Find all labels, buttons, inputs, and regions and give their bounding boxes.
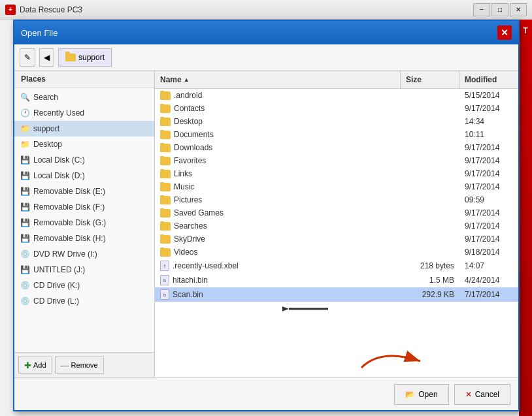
place-item-local-d[interactable]: 💾 Local Disk (D:): [14, 168, 154, 184]
back-button[interactable]: ◀: [39, 48, 54, 67]
app-title-bar: + Data Rescue PC3 − □ ✕: [0, 0, 532, 20]
desktop-icon: 📁: [20, 139, 30, 150]
place-label-local-d: Local Disk (D:): [33, 171, 85, 180]
col-header-modified[interactable]: Modified: [459, 71, 518, 88]
place-label-recently-used: Recently Used: [33, 108, 84, 118]
file-row-recently-used-xbel[interactable]: f .recently-used.xbel 218 bytes 14:07: [155, 259, 518, 273]
remove-place-button[interactable]: — Remove: [55, 357, 104, 374]
place-label-local-c: Local Disk (C:): [33, 155, 85, 165]
folder-icon: [160, 196, 171, 204]
app-window: + Data Rescue PC3 − □ ✕ Open File ✕ ✎ ◀ …: [0, 0, 532, 416]
place-label-removable-h: Removable Disk (H:): [33, 234, 106, 243]
title-bar-left: + Data Rescue PC3: [5, 5, 82, 15]
place-item-dvd-i[interactable]: 💿 DVD RW Drive (I:): [14, 246, 154, 262]
removable-e-icon: 💾: [20, 186, 30, 197]
file-name: Scan.bin: [173, 290, 203, 299]
sort-arrow: ▲: [184, 76, 190, 83]
place-item-local-c[interactable]: 💾 Local Disk (C:): [14, 152, 154, 168]
place-item-removable-f[interactable]: 💾 Removable Disk (F:): [14, 199, 154, 215]
file-row-desktop[interactable]: Desktop 14:34: [155, 115, 518, 128]
place-label-dvd-i: DVD RW Drive (I:): [33, 249, 97, 259]
open-label: Open: [418, 390, 437, 399]
folder-icon: [160, 157, 171, 165]
minus-icon: —: [61, 360, 69, 370]
cd-k-icon: 💿: [20, 280, 30, 291]
file-row-documents[interactable]: Documents 10:11: [155, 128, 518, 141]
file-name: Contacts: [174, 104, 205, 113]
breadcrumb-folder-icon: [65, 54, 76, 61]
file-row-links[interactable]: Links 9/17/2014: [155, 167, 518, 180]
place-item-search[interactable]: 🔍 Search: [14, 89, 154, 105]
file-modified: 5/15/2014: [459, 91, 518, 100]
place-item-recently-used[interactable]: 🕐 Recently Used: [14, 105, 154, 121]
cd-l-icon: 💿: [20, 296, 30, 306]
file-modified: 7/17/2014: [459, 290, 518, 299]
place-item-removable-g[interactable]: 💾 Removable Disk (G:): [14, 215, 154, 231]
place-label-support: support: [33, 124, 59, 133]
folder-icon: [160, 131, 171, 139]
edit-button[interactable]: ✎: [20, 48, 35, 67]
minimize-button[interactable]: −: [473, 3, 490, 16]
file-row-searches[interactable]: Searches 9/17/2014: [155, 219, 518, 232]
folder-icon: [160, 144, 171, 152]
breadcrumb-button[interactable]: support: [58, 48, 112, 67]
file-row-videos[interactable]: Videos 9/18/2014: [155, 246, 518, 259]
place-item-removable-h[interactable]: 💾 Removable Disk (H:): [14, 231, 154, 246]
file-name: Music: [174, 182, 194, 191]
places-panel: Places 🔍 Search 🕐 Recently Used 📁 suppor…: [14, 71, 155, 377]
search-icon: 🔍: [20, 92, 30, 103]
place-label-cd-k: CD Drive (K:): [33, 281, 80, 290]
col-header-size[interactable]: Size: [401, 71, 459, 88]
file-name: Videos: [174, 248, 197, 257]
place-item-cd-l[interactable]: 💿 CD Drive (L:): [14, 293, 154, 309]
file-row-skydrive[interactable]: SkyDrive 9/17/2014: [155, 232, 518, 246]
maximize-button[interactable]: □: [491, 3, 508, 16]
app-icon: +: [5, 5, 16, 15]
file-icon: b: [160, 289, 169, 300]
place-item-support[interactable]: 📁 support: [14, 121, 154, 136]
place-item-desktop[interactable]: 📁 Desktop: [14, 136, 154, 152]
removable-f-icon: 💾: [20, 202, 30, 212]
place-label-untitled-j: UNTITLED (J:): [33, 265, 85, 274]
place-item-removable-e[interactable]: 💾 Removable Disk (E:): [14, 184, 154, 199]
file-modified: 9/17/2014: [459, 182, 518, 191]
files-panel: Name ▲ Size Modified .andro: [155, 71, 518, 377]
add-place-button[interactable]: ✚ Add: [18, 357, 52, 374]
places-header: Places: [14, 71, 154, 88]
dialog-close-button[interactable]: ✕: [497, 25, 512, 40]
places-list: 🔍 Search 🕐 Recently Used 📁 support 📁 Des…: [14, 88, 154, 352]
file-row-hitachi[interactable]: b hitachi.bin 1.5 MB 4/24/2014: [155, 273, 518, 287]
cancel-label: Cancel: [475, 390, 499, 399]
files-list: .android 5/15/2014 Contacts 9/17/2014: [155, 89, 518, 377]
app-close-button[interactable]: ✕: [510, 3, 527, 16]
file-row-android[interactable]: .android 5/15/2014: [155, 89, 518, 102]
place-item-cd-k[interactable]: 💿 CD Drive (K:): [14, 278, 154, 293]
file-row-favorites[interactable]: Favorites 9/17/2014: [155, 154, 518, 167]
file-size: 218 bytes: [401, 261, 459, 270]
file-row-scan[interactable]: b Scan.bin 292.9 KB 7/17/2014: [155, 287, 518, 302]
place-label-cd-l: CD Drive (L:): [33, 296, 79, 306]
file-row-contacts[interactable]: Contacts 9/17/2014: [155, 102, 518, 115]
local-d-icon: 💾: [20, 170, 30, 181]
file-name: Searches: [174, 221, 207, 231]
open-button[interactable]: 📂 Open: [394, 384, 448, 405]
untitled-j-icon: 💾: [20, 264, 30, 275]
file-row-saved-games[interactable]: Saved Games 9/17/2014: [155, 206, 518, 219]
place-item-untitled-j[interactable]: 💾 UNTITLED (J:): [14, 262, 154, 278]
cancel-button[interactable]: ✕ Cancel: [454, 384, 510, 405]
file-name: SkyDrive: [174, 234, 205, 244]
col-header-name[interactable]: Name ▲: [155, 71, 401, 88]
file-row-music[interactable]: Music 9/17/2014: [155, 180, 518, 193]
file-modified: 9/17/2014: [459, 221, 518, 231]
window-controls: − □ ✕: [473, 3, 527, 16]
file-size: 292.9 KB: [401, 290, 459, 299]
dialog-title: Open File: [21, 28, 58, 38]
file-row-pictures[interactable]: Pictures 09:59: [155, 193, 518, 206]
place-label-removable-g: Removable Disk (G:): [33, 218, 106, 227]
file-name: hitachi.bin: [173, 276, 208, 285]
file-name: Downloads: [174, 143, 212, 152]
dvd-i-icon: 💿: [20, 249, 30, 259]
file-modified: 9/17/2014: [459, 234, 518, 244]
cancel-x-icon: ✕: [465, 390, 472, 399]
file-row-downloads[interactable]: Downloads 9/17/2014: [155, 141, 518, 154]
